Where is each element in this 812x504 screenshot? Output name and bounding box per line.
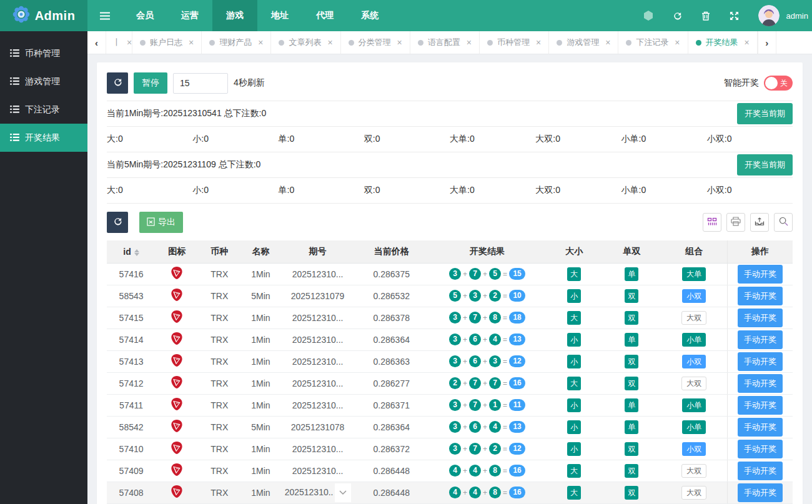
cell-icon — [156, 394, 198, 416]
export-button[interactable]: 导出 — [139, 212, 183, 233]
cell-coin: TRX — [198, 416, 240, 438]
manual-draw-button[interactable]: 手动开奖 — [738, 440, 783, 458]
coin-name: TRX — [210, 335, 228, 345]
tab-close-icon[interactable]: × — [127, 37, 132, 47]
col-header-label: 币种 — [210, 246, 228, 256]
nav-item-地址[interactable]: 地址 — [257, 0, 302, 31]
list-icon — [10, 49, 19, 59]
combo-badge: 小双 — [682, 289, 706, 303]
component-icon[interactable] — [643, 11, 653, 21]
cell-action: 手动开奖 — [728, 263, 793, 285]
sidebar-item-开奖结果[interactable]: 开奖结果 — [0, 124, 87, 152]
draw-current-period-button[interactable]: 开奖当前期 — [737, 154, 793, 175]
cell-combo: 小单 — [661, 416, 728, 438]
period-number: 202512310... — [292, 335, 344, 345]
combo-badge: 小双 — [682, 355, 706, 368]
sidebar-item-币种管理[interactable]: 币种管理 — [0, 39, 87, 67]
cell-icon — [156, 350, 198, 372]
tab-理财产品[interactable]: 理财产品× — [202, 31, 271, 54]
manual-draw-button[interactable]: 手动开奖 — [738, 352, 783, 371]
manual-draw-button[interactable]: 手动开奖 — [738, 330, 783, 349]
tab-close-icon[interactable]: × — [745, 37, 750, 47]
col-header-组合: 组合 — [661, 240, 728, 263]
plus-sign: + — [483, 488, 487, 497]
tab-下注记录[interactable]: 下注记录× — [618, 31, 688, 54]
tab-close-icon[interactable]: × — [189, 37, 194, 47]
row-id: 57415 — [119, 313, 144, 323]
tab-开奖结果[interactable]: 开奖结果× — [688, 31, 758, 54]
refresh-button[interactable] — [107, 72, 128, 94]
sidebar-item-下注记录[interactable]: 下注记录 — [0, 96, 87, 124]
tab-close-icon[interactable]: × — [258, 37, 263, 47]
draw-current-period-button[interactable]: 开奖当前期 — [737, 103, 793, 124]
result-number: 7 — [489, 377, 501, 389]
manual-draw-button[interactable]: 手动开奖 — [738, 418, 783, 437]
refresh-icon — [113, 77, 122, 89]
manual-draw-button[interactable]: 手动开奖 — [738, 374, 783, 393]
tab-close-icon[interactable]: × — [327, 37, 332, 47]
tab-close-icon[interactable]: × — [675, 37, 680, 47]
columns-button[interactable] — [703, 213, 721, 232]
nav-item-会员[interactable]: 会员 — [122, 0, 167, 31]
tab-partial[interactable]: 丨× — [106, 31, 132, 54]
sort-icon[interactable] — [134, 249, 139, 256]
table-row: 57415TRX1Min202512310...0.2863783+7+8=18… — [107, 307, 793, 329]
manual-draw-button[interactable]: 手动开奖 — [738, 483, 783, 502]
brand-logo[interactable]: Admin — [0, 0, 87, 31]
result-number: 7 — [469, 268, 481, 280]
combo-badge: 小单 — [682, 398, 706, 412]
username[interactable]: admin — [786, 11, 808, 21]
result-number: 4 — [469, 465, 481, 477]
cell-name: 1Min — [240, 482, 280, 503]
tab-status-dot-icon — [487, 40, 493, 46]
nav-item-运营[interactable]: 运营 — [167, 0, 212, 31]
sidebar-item-游戏管理[interactable]: 游戏管理 — [0, 67, 87, 96]
manual-draw-button[interactable]: 手动开奖 — [738, 462, 783, 480]
period-number: 202512310... — [292, 357, 344, 367]
printer-button[interactable] — [726, 213, 745, 232]
nav-item-游戏[interactable]: 游戏 — [212, 0, 257, 31]
parity-badge: 双 — [625, 355, 638, 368]
tab-文章列表[interactable]: 文章列表× — [271, 31, 340, 54]
tabs-scroll-right-icon[interactable]: › — [758, 31, 776, 54]
result-number: 4 — [449, 465, 461, 477]
tab-close-icon[interactable]: × — [397, 37, 402, 47]
nav-item-系统[interactable]: 系统 — [347, 0, 392, 31]
tab-游戏管理[interactable]: 游戏管理× — [549, 31, 618, 54]
parity-badge: 双 — [625, 311, 638, 325]
result-number: 7 — [469, 443, 481, 455]
tab-close-icon[interactable]: × — [467, 37, 472, 47]
tab-close-icon[interactable]: × — [536, 37, 541, 47]
cell-size: 小 — [546, 350, 602, 372]
search-button[interactable] — [774, 213, 793, 232]
manual-draw-button[interactable]: 手动开奖 — [738, 309, 783, 327]
cell-coin: TRX — [198, 263, 240, 285]
manual-draw-button[interactable]: 手动开奖 — [738, 396, 783, 415]
cell-price: 0.286277 — [355, 372, 428, 394]
refresh-icon[interactable] — [673, 11, 682, 21]
cell-result: 3+6+4=13 — [428, 416, 546, 438]
expand-chevron-icon[interactable] — [335, 483, 351, 502]
table-refresh-button[interactable] — [107, 212, 128, 233]
tab-close-icon[interactable]: × — [605, 37, 610, 47]
tab-币种管理[interactable]: 币种管理× — [480, 31, 549, 54]
tab-账户日志[interactable]: 账户日志× — [132, 31, 202, 54]
cell-action: 手动开奖 — [728, 307, 793, 329]
fullscreen-icon[interactable] — [730, 11, 739, 21]
menu-toggle-icon[interactable] — [87, 0, 122, 31]
pause-button[interactable]: 暂停 — [134, 72, 167, 94]
cell-id: 58542 — [107, 416, 156, 438]
tab-分类管理[interactable]: 分类管理× — [341, 31, 410, 54]
tab-语言配置[interactable]: 语言配置× — [410, 31, 480, 54]
smart-draw-toggle[interactable]: 关 — [764, 76, 793, 91]
interval-input[interactable] — [173, 73, 228, 94]
export-tray-button[interactable] — [750, 213, 769, 232]
avatar[interactable] — [758, 5, 780, 26]
nav-item-代理[interactable]: 代理 — [302, 0, 347, 31]
manual-draw-button[interactable]: 手动开奖 — [738, 287, 783, 305]
trash-icon[interactable] — [701, 11, 710, 21]
tabs-scroll-left-icon[interactable]: ‹ — [87, 31, 106, 54]
manual-draw-button[interactable]: 手动开奖 — [738, 265, 783, 284]
cell-parity: 单 — [602, 416, 661, 438]
list-icon — [10, 77, 19, 87]
